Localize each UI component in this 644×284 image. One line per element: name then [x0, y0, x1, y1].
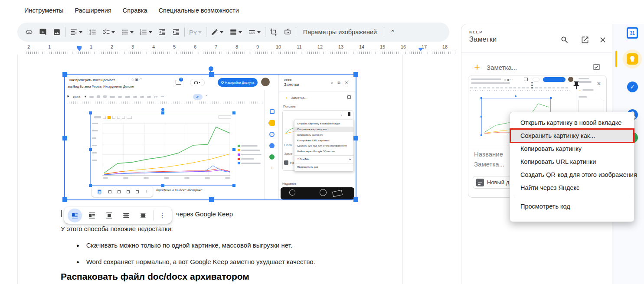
paint-format-button[interactable]: Pʏ	[189, 29, 202, 36]
keep-panel-title: Заметки	[469, 35, 497, 43]
context-menu: Открыть картинку в новой вкладке Сохрани…	[510, 112, 634, 222]
new-note-row[interactable]: Заметка...	[461, 59, 612, 76]
doc-chip-label: Новый д	[487, 179, 509, 186]
collapse-toolbar-icon[interactable]: ⌃	[389, 29, 397, 36]
menu-open-image-new-tab[interactable]: Открыть картинку в новой вкладке	[510, 116, 634, 129]
inner-chart-plot	[102, 123, 230, 176]
resize-handle-se[interactable]	[353, 197, 358, 202]
left-indent-marker[interactable]	[77, 46, 82, 51]
break-text-icon[interactable]	[102, 209, 116, 222]
menu-accessibility[interactable]: Специальные возможности	[159, 7, 239, 14]
caption-tail: через Google Keep	[176, 210, 233, 218]
increase-indent-icon[interactable]	[172, 28, 180, 36]
new-note-placeholder[interactable]: Заметка...	[487, 64, 517, 71]
wrap-text-icon[interactable]	[85, 209, 99, 222]
inner-avatar	[261, 78, 270, 86]
wrap-more-options-icon[interactable]: ⋮	[156, 211, 168, 219]
right-indent-marker[interactable]	[418, 48, 423, 51]
border-dash-icon[interactable]	[248, 28, 261, 36]
menu-copy-image-url[interactable]: Копировать URL картинки	[510, 155, 634, 168]
behind-text-icon[interactable]	[119, 209, 133, 222]
menu-copy-image[interactable]: Копировать картинку	[510, 142, 634, 155]
note-pin-icon[interactable]	[572, 81, 581, 90]
search-icon[interactable]	[560, 36, 569, 44]
keep-active-bar	[615, 51, 617, 67]
rotation-handle[interactable]	[209, 66, 213, 71]
inner-chart-legend	[238, 145, 262, 164]
resize-handle-nw[interactable]	[62, 72, 67, 77]
inner-wrap-toolbar: ⋮	[92, 186, 153, 197]
bullet-dot: ●	[76, 242, 79, 249]
ruler[interactable]: 21123456789101112131415161718	[17, 44, 455, 54]
inner-chart-filters	[94, 116, 132, 119]
bulleted-list-icon[interactable]	[121, 28, 134, 36]
menu-separator	[514, 197, 630, 197]
paragraph: У этого способа похожие недостатки:	[61, 225, 173, 232]
inner-toolbar: ⚑100% Pʏ⋯ ⌃	[67, 93, 264, 101]
note-body-placeholder[interactable]: Заметка...	[474, 160, 504, 168]
bullet-dot: ●	[76, 258, 79, 266]
wrap-inline-icon[interactable]	[68, 209, 82, 222]
inner-context-menu: Открыть картинку в новой вкладке Сохрани…	[294, 120, 354, 171]
keep-header-divider	[461, 52, 612, 52]
resize-handle-sw[interactable]	[62, 197, 67, 202]
checklist-icon[interactable]	[102, 28, 115, 36]
new-list-icon[interactable]	[592, 63, 601, 71]
add-comment-icon[interactable]	[39, 28, 47, 36]
close-icon[interactable]	[598, 36, 607, 44]
keep-app-label: KEEP	[469, 29, 497, 34]
note-more-icon[interactable]: ⋮	[528, 81, 536, 90]
menu-help[interactable]: Справка	[123, 7, 147, 14]
inner-comment-badge: 2	[179, 78, 183, 82]
selected-image[interactable]: как проверить посещаемост... ☆ ▣ ◠ ака В…	[64, 74, 356, 200]
bullet-item-2: ● Word сохраняет нормально, а вот Google…	[76, 258, 315, 266]
insert-link-icon[interactable]	[25, 28, 33, 36]
inner-share-button: Настройки Доступа	[218, 78, 258, 87]
insert-image-icon[interactable]	[53, 28, 61, 36]
replace-image-icon[interactable]	[284, 28, 291, 36]
inner-doc-title: как проверить посещаемост...	[69, 78, 118, 82]
inner-menu-row: ака Вид Вставка Формат Инструменты Допол…	[68, 85, 134, 88]
resize-handle-e[interactable]	[353, 136, 358, 140]
menu-search-yandex[interactable]: Найти через Яндекс	[510, 181, 634, 194]
open-in-new-icon[interactable]	[581, 36, 589, 44]
numbered-list-icon[interactable]	[140, 28, 152, 36]
thumbnail-close-icon: ✕	[597, 81, 601, 87]
inner-divider	[264, 90, 265, 199]
text-cursor	[61, 210, 62, 217]
resize-handle-ne[interactable]	[353, 72, 358, 77]
inner-chart-selection	[90, 113, 234, 186]
resize-handle-n[interactable]	[209, 72, 214, 77]
embedded-screenshot: как проверить посещаемост... ☆ ▣ ◠ ака В…	[65, 75, 356, 199]
image-options-button[interactable]: Параметры изображений	[301, 29, 379, 36]
inner-ruler	[67, 101, 264, 104]
front-text-icon[interactable]	[136, 209, 150, 222]
decrease-indent-icon[interactable]	[158, 28, 166, 36]
menu-extensions[interactable]: Расширения	[75, 7, 111, 14]
doc-heading: Распаковать файл doc/docx архиватором	[61, 271, 249, 282]
doc-chip-icon	[476, 179, 484, 186]
menu-create-qr[interactable]: Создать QR-код для этого изображения	[510, 168, 634, 181]
inner-present-button	[190, 79, 205, 86]
note-title-placeholder[interactable]: Название	[474, 150, 503, 158]
inner-caption: трафика в Яндекс.Метрике	[156, 188, 203, 192]
menu-tools[interactable]: Инструменты	[24, 7, 63, 14]
align-icon[interactable]	[70, 28, 82, 36]
line-spacing-icon[interactable]	[88, 28, 96, 36]
resize-handle-w[interactable]	[62, 136, 67, 140]
inner-app-rail: ✓ +	[265, 109, 278, 170]
menu-save-image-as[interactable]: Сохранить картинку как...	[510, 129, 634, 142]
image-wrap-toolbar: ⋮	[64, 207, 172, 224]
plus-icon	[473, 63, 481, 72]
toolbar: Pʏ Параметры изображений ⌃	[17, 23, 449, 42]
keep-app-icon[interactable]	[627, 53, 638, 65]
bullet-item-1: ● Скачивать можно только по одной картин…	[76, 242, 292, 249]
border-weight-icon[interactable]	[229, 28, 242, 36]
crop-icon[interactable]	[270, 28, 278, 36]
calendar-app-icon[interactable]: 31	[627, 27, 638, 39]
tasks-app-icon[interactable]: ✓	[627, 82, 638, 92]
resize-handle-s[interactable]	[209, 197, 214, 202]
menu-bar: Инструменты Расширения Справка Специальн…	[0, 0, 460, 21]
border-color-icon[interactable]	[211, 28, 223, 36]
menu-inspect[interactable]: Просмотреть код	[510, 200, 634, 213]
